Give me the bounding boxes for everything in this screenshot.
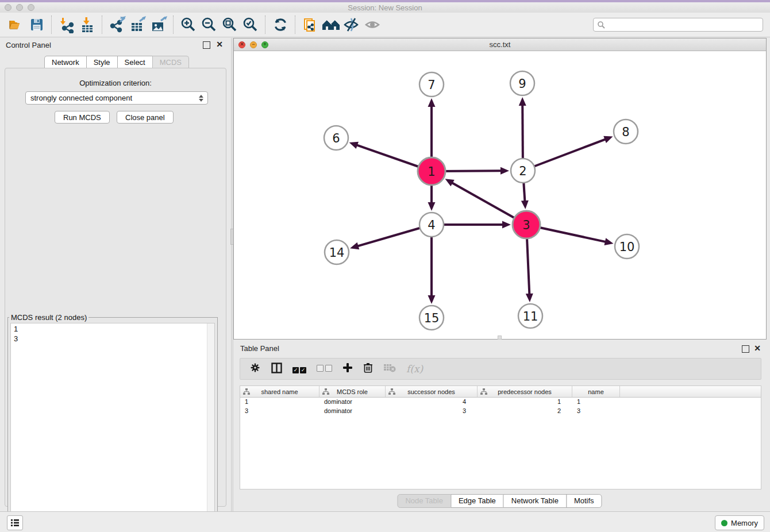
network-title: scc.txt — [234, 40, 766, 49]
toolbar-separator — [51, 16, 52, 34]
network-window-titlebar[interactable]: ✕ − + scc.txt — [234, 38, 766, 51]
show-all-icon[interactable] — [362, 14, 383, 35]
list-icon — [10, 519, 20, 527]
apply-layout-icon[interactable] — [270, 14, 291, 35]
tab-select[interactable]: Select — [117, 56, 153, 69]
toolbar-separator — [173, 16, 174, 34]
edge-arrowhead-2-8 — [603, 136, 613, 143]
optimization-criterion-select[interactable]: strongly connected component — [25, 91, 208, 105]
edge-arrowhead-1-7 — [428, 98, 436, 107]
mcds-result-box: MCDS result (2 nodes) 1 3 — [7, 313, 218, 528]
column-header-successor-nodes[interactable]: successor nodes — [386, 386, 478, 397]
zoom-fit-icon[interactable] — [220, 14, 240, 35]
table-cell[interactable]: 4 — [386, 398, 478, 407]
function-builder-icon[interactable]: f(x) — [406, 363, 423, 375]
control-panel: Control Panel ✕ NetworkStyleSelectMCDS O… — [0, 38, 231, 511]
tab-motifs[interactable]: Motifs — [566, 494, 602, 508]
export-image-icon[interactable] — [148, 14, 169, 35]
status-bar: Memory — [0, 511, 770, 532]
table-cell[interactable]: 1 — [240, 398, 319, 407]
tab-network[interactable]: Network — [44, 56, 87, 69]
mcds-result-text: 1 3 — [11, 323, 214, 344]
tab-network-table[interactable]: Network Table — [503, 494, 567, 508]
column-label: predecessor nodes — [498, 388, 552, 395]
column-header-predecessor-nodes[interactable]: predecessor nodes — [478, 386, 572, 397]
network-resize-grip[interactable] — [498, 336, 502, 340]
edge-arrowhead-4-14 — [350, 242, 359, 249]
export-network-icon[interactable] — [107, 14, 128, 35]
tab-style[interactable]: Style — [86, 56, 118, 69]
table-cell[interactable]: 3 — [572, 407, 620, 416]
edge-arrowhead-4-15 — [428, 295, 436, 304]
open-session-icon[interactable] — [6, 14, 26, 35]
node-label-7: 7 — [428, 78, 435, 92]
table-cell[interactable]: 3 — [386, 407, 478, 416]
table-row[interactable]: 3dominator323 — [240, 407, 761, 416]
network-window: ✕ − + scc.txt 7968124314101511 — [233, 38, 767, 340]
table-cell[interactable]: 1 — [478, 398, 572, 407]
delete-column-icon[interactable] — [363, 363, 373, 376]
delete-table-icon[interactable] — [383, 363, 396, 375]
memory-button[interactable]: Memory — [715, 515, 764, 530]
close-table-panel-icon[interactable]: ✕ — [754, 344, 761, 352]
close-panel-icon[interactable]: ✕ — [216, 40, 223, 48]
float-panel-icon[interactable] — [203, 41, 210, 49]
search-input[interactable] — [605, 20, 763, 29]
app-titlebar[interactable]: Session: New Session — [0, 2, 770, 13]
mcds-result-area[interactable]: 1 3 — [10, 323, 215, 525]
window-title: Session: New Session — [0, 3, 770, 12]
column-settings-icon[interactable] — [249, 362, 261, 376]
mcds-panel: Optimization criterion: strongly connect… — [5, 68, 226, 507]
tab-edge-table[interactable]: Edge Table — [451, 494, 504, 508]
table-cell[interactable]: 1 — [572, 398, 620, 407]
table-header-row: shared nameMCDS rolesuccessor nodesprede… — [240, 386, 761, 398]
column-label: name — [588, 388, 604, 395]
table-cell[interactable]: dominator — [319, 407, 386, 416]
split-view-icon[interactable] — [271, 363, 282, 376]
table-panel-title: Table Panel — [240, 344, 279, 353]
hierarchy-icon — [480, 388, 487, 395]
table-cell[interactable]: 2 — [478, 407, 572, 416]
first-neighbors-icon[interactable] — [321, 14, 341, 35]
node-table: shared nameMCDS rolesuccessor nodesprede… — [240, 385, 761, 489]
zoom-out-icon[interactable] — [199, 14, 220, 35]
tab-node-table[interactable]: Node Table — [397, 494, 451, 508]
node-label-9: 9 — [518, 77, 526, 91]
float-table-panel-icon[interactable] — [742, 345, 749, 353]
node-label-2: 2 — [519, 164, 526, 178]
clone-network-icon[interactable] — [300, 14, 321, 35]
column-header-shared-name[interactable]: shared name — [240, 386, 319, 397]
column-label: shared name — [261, 388, 298, 395]
column-header-name[interactable]: name — [572, 386, 620, 397]
zoom-selected-icon[interactable] — [240, 14, 261, 35]
zoom-in-icon[interactable] — [178, 14, 199, 35]
node-label-8: 8 — [622, 125, 629, 139]
close-panel-button[interactable]: Close panel — [117, 111, 174, 124]
table-cell[interactable]: dominator — [319, 398, 386, 407]
column-header-mcds-role[interactable]: MCDS role — [319, 386, 386, 397]
import-network-from-file-icon[interactable] — [56, 14, 77, 35]
hierarchy-icon — [388, 388, 395, 395]
task-history-button[interactable] — [7, 515, 23, 530]
import-table-from-file-icon[interactable] — [77, 14, 98, 35]
edge-arrowhead-4-3 — [502, 221, 511, 229]
run-mcds-button[interactable]: Run MCDS — [55, 111, 110, 124]
result-scrollbar[interactable] — [207, 323, 214, 525]
main-toolbar — [0, 13, 770, 37]
save-session-icon[interactable] — [26, 14, 47, 35]
add-column-icon[interactable] — [342, 363, 353, 375]
search-box[interactable] — [593, 18, 763, 32]
memory-status-icon — [721, 520, 727, 526]
select-value: strongly connected component — [30, 94, 132, 102]
column-header-filler — [620, 386, 761, 397]
table-row[interactable]: 1dominator411 — [240, 398, 761, 407]
hide-selected-icon[interactable] — [341, 14, 362, 35]
edge-2-8[interactable] — [523, 139, 606, 171]
deselect-all-columns-icon[interactable] — [317, 364, 332, 374]
export-table-icon[interactable] — [128, 14, 148, 35]
table-cell[interactable]: 3 — [240, 407, 319, 416]
tab-mcds[interactable]: MCDS — [152, 56, 189, 69]
network-canvas[interactable]: 7968124314101511 — [234, 51, 766, 339]
node-label-1: 1 — [428, 165, 435, 179]
select-all-columns-icon[interactable]: ✓✓ — [292, 364, 306, 374]
